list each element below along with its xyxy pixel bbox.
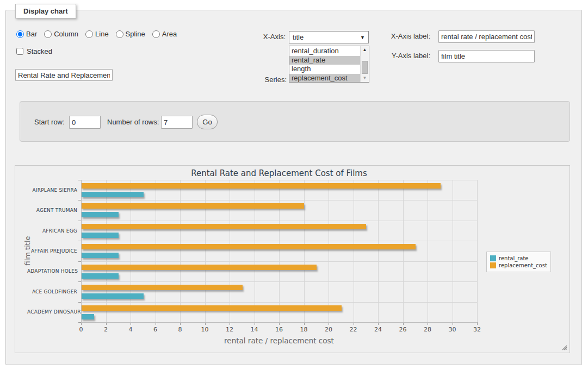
chart-type-option-area: Area [152, 30, 177, 38]
resize-grip-icon[interactable] [561, 344, 567, 350]
x-tick-label: 0 [79, 326, 83, 333]
chart-name-input[interactable] [15, 69, 113, 81]
bar-replacement_cost-4 [82, 265, 317, 270]
x-tick-label: 20 [325, 326, 332, 333]
x-tick-label: 6 [153, 326, 157, 333]
chart-type-radio-area[interactable] [152, 30, 160, 38]
bar-rental_rate-2 [82, 233, 119, 238]
x-axis-line [81, 322, 477, 323]
chart-type-radio-label: Column [54, 30, 78, 38]
number-of-rows-label: Number of rows: [107, 118, 159, 126]
chart-type-radio-spline[interactable] [116, 30, 123, 38]
gridline [428, 180, 428, 322]
gridline [180, 180, 181, 322]
gridline [403, 180, 404, 322]
gridline [106, 180, 107, 322]
series-select-label: Series: [232, 76, 287, 84]
x-tick-label: 10 [201, 326, 209, 333]
scroll-up-icon[interactable]: ▲ [361, 47, 369, 53]
stacked-checkbox-row: Stacked [16, 47, 52, 55]
gridline [205, 180, 206, 322]
chart-type-radio-column[interactable] [44, 30, 52, 38]
x-axis-label-label: X-Axis label: [376, 32, 430, 40]
legend-label: rental_rate [499, 255, 529, 261]
series-option-rental_rate[interactable]: rental_rate [289, 56, 360, 65]
bar-rental_rate-1 [82, 212, 119, 217]
series-option-length[interactable]: length [289, 65, 360, 74]
gridline [81, 221, 477, 221]
x-axis-select[interactable]: title ▼ [289, 31, 369, 43]
bar-replacement_cost-5 [82, 285, 243, 290]
chart-container: Rental Rate and Replacement Cost of Film… [15, 165, 570, 353]
bar-rental_rate-4 [82, 273, 119, 279]
chart-type-radio-label: Bar [26, 30, 37, 38]
chart-type-radio-label: Area [162, 30, 177, 38]
x-tick-label: 30 [449, 326, 456, 333]
category-label: AIRPLANE SIERRA [27, 187, 77, 193]
category-label: AGENT TRUMAN [27, 208, 77, 213]
chart-type-option-spline: Spline [116, 30, 145, 38]
chart-type-radio-group: BarColumnLineSplineArea [16, 30, 184, 38]
gridline [81, 180, 477, 180]
chart-type-option-line: Line [85, 30, 109, 38]
start-row-input[interactable] [69, 116, 101, 129]
stacked-checkbox[interactable] [16, 48, 23, 55]
legend-item-rental_rate[interactable]: rental_rate [490, 255, 547, 261]
chart-title: Rental Rate and Replacement Cost of Film… [191, 168, 367, 178]
gridline [477, 180, 478, 322]
y-axis-line [81, 180, 82, 322]
bar-rental_rate-5 [82, 293, 144, 299]
category-label: AFFAIR PREJUDICE [27, 248, 77, 254]
gridline [81, 302, 477, 303]
gridline [453, 180, 453, 322]
category-label: ADAPTATION HOLES [27, 268, 77, 274]
gridline [329, 180, 329, 322]
chart-type-radio-label: Line [95, 30, 109, 38]
bar-rental_rate-0 [82, 192, 144, 197]
series-option-replacement_cost[interactable]: replacement_cost [289, 74, 360, 83]
gridline [81, 281, 477, 282]
legend-swatch [490, 255, 496, 261]
x-axis-title: rental rate / replacement cost [224, 336, 334, 345]
category-label: ACE GOLDFINGER [27, 289, 77, 294]
series-multiselect[interactable]: rental_durationrental_ratelengthreplacem… [289, 46, 369, 83]
bar-rental_rate-3 [82, 253, 119, 258]
legend-label: replacement_cost [499, 262, 547, 268]
x-axis-label-input[interactable] [438, 30, 535, 43]
gridline [81, 200, 477, 200]
chart-type-radio-line[interactable] [85, 30, 93, 38]
x-tick-label: 8 [178, 326, 182, 333]
x-axis-select-value: title [293, 33, 304, 41]
start-row-label: Start row: [34, 118, 65, 126]
bar-replacement_cost-3 [82, 244, 416, 249]
chevron-down-icon: ▼ [360, 35, 365, 40]
x-tick-label: 22 [350, 326, 357, 333]
legend-item-replacement_cost[interactable]: replacement_cost [490, 262, 547, 268]
scroll-thumb[interactable] [362, 61, 368, 74]
chart-type-option-bar: Bar [16, 30, 37, 38]
x-tick-label: 16 [275, 326, 283, 333]
number-of-rows-input[interactable] [161, 116, 193, 129]
x-tick-label: 12 [226, 326, 233, 333]
legend-swatch [490, 262, 496, 268]
chart-type-radio-bar[interactable] [16, 30, 24, 38]
stacked-label: Stacked [27, 47, 52, 55]
gridline [230, 180, 230, 322]
gridline [156, 180, 156, 322]
x-tick-label: 26 [399, 326, 407, 333]
scroll-down-icon[interactable]: ▼ [361, 76, 369, 81]
y-axis-label-label: Y-Axis label: [376, 52, 430, 60]
chart-type-option-column: Column [44, 30, 78, 38]
gridline [378, 180, 379, 322]
chart-legend: rental_ratereplacement_cost [486, 252, 551, 272]
y-axis-title: film title [23, 235, 32, 267]
x-tick-label: 32 [473, 326, 481, 333]
gridline [255, 180, 255, 322]
series-option-rental_duration[interactable]: rental_duration [289, 47, 360, 56]
x-tick-label: 18 [300, 326, 308, 333]
fieldset-legend: Display chart [15, 4, 76, 18]
series-scrollbar[interactable]: ▲ ▼ [360, 46, 369, 82]
y-axis-label-input[interactable] [438, 50, 535, 62]
go-button[interactable]: Go [197, 115, 218, 129]
gridline [304, 180, 305, 322]
